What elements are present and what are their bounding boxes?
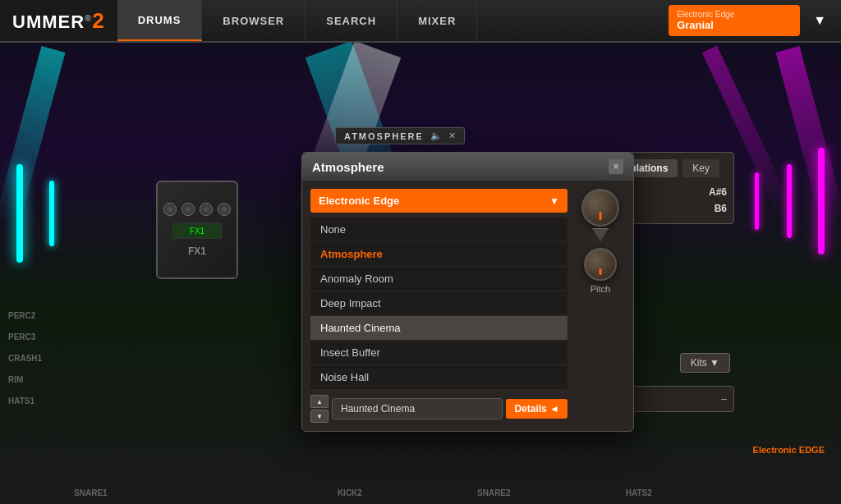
pitch-label: Pitch: [591, 284, 610, 294]
pad-label-perc2: PERC2: [8, 311, 42, 320]
atmosphere-label-text: ATMOSPHERE: [344, 131, 424, 141]
app-logo: UMMER®2: [0, 0, 117, 41]
bottom-labels: SNARE1 KICK2 SNARE2 HATS2: [0, 488, 841, 497]
preset-item-noise-hall[interactable]: Noise Hall: [310, 365, 568, 390]
dialog-title: Atmosphere: [312, 160, 384, 174]
pad-label-crash1: CRASH1: [8, 354, 42, 363]
light-beam: [0, 46, 65, 227]
neon-strip: [49, 181, 54, 246]
preset-dropdown-header[interactable]: Electronic Edge ▼: [310, 189, 568, 213]
selected-preset-display: Haunted Cinema: [332, 398, 503, 419]
preset-selector[interactable]: Electronic Edge Granial: [669, 5, 800, 36]
neon-strip: [818, 148, 825, 254]
tab-drums[interactable]: DRUMS: [117, 0, 203, 41]
preset-list-panel: Electronic Edge ▼ None Atmosphere Anomal…: [310, 189, 568, 423]
close-small-icon[interactable]: ✕: [448, 131, 456, 141]
tab-search[interactable]: SEARCH: [306, 0, 398, 41]
pad-label-kick2: KICK2: [338, 488, 362, 497]
side-labels: PERC2 PERC3 CRASH1 RIM HATS1: [8, 311, 42, 405]
dialog-titlebar: Atmosphere ×: [302, 153, 633, 181]
slider-indicator: [592, 228, 609, 241]
pad-label-snare1: SNARE1: [74, 488, 108, 497]
preset-item-atmosphere[interactable]: Atmosphere: [310, 242, 568, 267]
mute-value: B6: [715, 203, 727, 214]
preset-item-none[interactable]: None: [310, 218, 568, 242]
pad-label-hats1: HATS1: [8, 396, 42, 405]
preset-nav: ▲ ▼ Haunted Cinema Details ◄: [310, 395, 568, 423]
fx-knob[interactable]: [182, 203, 195, 216]
fx-knob[interactable]: [200, 203, 213, 216]
neon-strip: [16, 164, 23, 263]
atmosphere-dialog: Atmosphere × Electronic Edge ▼ None Atmo…: [301, 152, 634, 432]
pad-label-hats2: HATS2: [626, 488, 652, 497]
preset-item-insect-buffer[interactable]: Insect Buffer: [310, 341, 568, 365]
nav-up-button[interactable]: ▲: [310, 395, 329, 408]
pitch-knob[interactable]: [584, 248, 617, 281]
fx-unit: FX1 FX1: [156, 181, 238, 279]
fx-label: FX1: [188, 245, 206, 257]
controls-panel: Pitch: [576, 189, 625, 423]
pad-label-rim: RIM: [8, 375, 42, 384]
pitch-knob-container: Pitch: [584, 248, 617, 294]
dialog-body: Electronic Edge ▼ None Atmosphere Anomal…: [302, 181, 633, 431]
fx-knob[interactable]: [218, 203, 231, 216]
tab-browser[interactable]: BROWSER: [202, 0, 306, 41]
app-name: UMMER®2: [12, 8, 105, 34]
preset-item-anomaly-room[interactable]: Anomaly Room: [310, 267, 568, 291]
electronic-edge-label: Electronic EDGE: [753, 445, 825, 455]
preset-item-deep-impact[interactable]: Deep Impact: [310, 291, 568, 316]
dropdown-arrow-icon: ▼: [549, 195, 559, 207]
fx-display: FX1: [172, 222, 222, 239]
speaker-icon: 🔈: [430, 131, 442, 141]
tab-mixer[interactable]: MIXER: [398, 0, 477, 41]
nav-arrows: ▲ ▼: [310, 395, 329, 423]
nav-tabs: DRUMS BROWSER SEARCH MIXER: [117, 0, 478, 41]
fx-knobs: [163, 203, 231, 216]
pad-label-perc3: PERC3: [8, 332, 42, 341]
kits-button[interactable]: Kits ▼: [680, 353, 730, 373]
tab-key[interactable]: Key: [682, 159, 719, 177]
preset-list: None Atmosphere Anomaly Room Deep Impact…: [310, 218, 568, 390]
fx-display-text: FX1: [190, 227, 205, 236]
preset-dropdown-arrow[interactable]: ▼: [807, 13, 833, 28]
midi-in-value: –: [721, 393, 727, 405]
fx-knob[interactable]: [163, 203, 177, 216]
neon-strip: [787, 164, 792, 238]
pad-label-snare2: SNARE2: [477, 488, 511, 497]
dropdown-selected-name: Electronic Edge: [319, 195, 399, 207]
trig-value: A#6: [709, 186, 727, 198]
top-nav: UMMER®2 DRUMS BROWSER SEARCH MIXER Elect…: [0, 0, 841, 43]
preset-item-haunted-cinema[interactable]: Haunted Cinema: [310, 316, 568, 341]
details-button[interactable]: Details ◄: [506, 399, 568, 419]
neon-strip: [755, 172, 759, 230]
volume-knob[interactable]: [581, 189, 619, 227]
nav-down-button[interactable]: ▼: [310, 410, 329, 423]
atmosphere-label-bar: ATMOSPHERE 🔈 ✕: [335, 127, 465, 144]
nav-right: Electronic Edge Granial ▼: [669, 5, 841, 36]
volume-knob-container: [581, 189, 619, 241]
dialog-close-button[interactable]: ×: [609, 159, 623, 174]
